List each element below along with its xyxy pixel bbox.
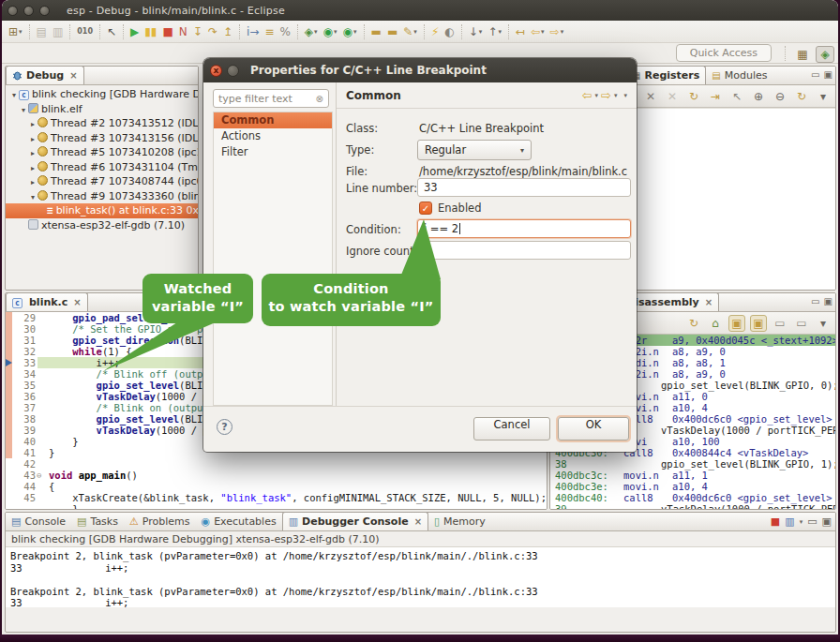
next-annotation-button[interactable]: ↓▾ [467, 22, 485, 41]
clear-filter-icon[interactable]: ⊗ [316, 94, 323, 104]
close-icon[interactable]: × [414, 516, 422, 527]
diff-ruler[interactable] [6, 346, 12, 357]
diff-ruler[interactable] [6, 458, 12, 470]
collapse-icon[interactable]: ⊖ [772, 88, 788, 105]
tab-tasks[interactable]: ▤Tasks [71, 512, 124, 530]
home-icon[interactable]: ⌂ [707, 315, 724, 332]
tab-registers[interactable]: ▦Registers [625, 66, 706, 84]
step-into-button[interactable]: ↧ [191, 22, 204, 41]
diff-ruler[interactable] [6, 323, 12, 335]
line-number-input[interactable]: 33 [417, 178, 631, 197]
dialog-section-actions[interactable]: Actions [214, 128, 332, 144]
console-output[interactable]: Breakpoint 2, blink_task (pvParameter=0x… [6, 547, 835, 607]
filter-input[interactable]: type filter text ⊗ [213, 89, 329, 108]
dialog-section-common[interactable]: Common [214, 112, 332, 128]
step-return-button[interactable]: ↥ [221, 22, 234, 41]
ignore-count-input[interactable]: 0 [417, 241, 631, 260]
ok-button[interactable]: OK [558, 417, 629, 440]
diff-ruler[interactable] [6, 436, 12, 447]
toggle-mark-button[interactable]: ◐ [442, 22, 456, 41]
cancel-button[interactable]: Cancel [473, 417, 550, 440]
window-minimize-button[interactable] [23, 6, 34, 16]
tab-memory[interactable]: ▯Memory [428, 512, 491, 530]
debug-button[interactable]: ◈▾ [303, 22, 320, 41]
tab-modules[interactable]: ▤Modules [706, 66, 772, 84]
minimize-icon[interactable]: ▭ [811, 296, 819, 306]
dialog-section-filter[interactable]: Filter [214, 144, 332, 160]
expander-icon[interactable]: ▸ [28, 146, 38, 160]
dialog-minimize-button[interactable] [227, 65, 239, 77]
debug-perspective-button[interactable]: ◈ [816, 46, 834, 63]
tab-console[interactable]: ▤Console [6, 512, 71, 530]
debug-tree-item[interactable]: ▾blink.elf [6, 102, 198, 117]
diff-ruler[interactable] [6, 368, 12, 380]
view-menu-icon[interactable]: ▾ [815, 315, 832, 332]
save-all-button[interactable]: ▥ [51, 22, 65, 41]
disconnect-button[interactable]: N [177, 22, 189, 41]
enabled-checkbox[interactable]: ✓ [419, 202, 432, 215]
debug-tree-item[interactable]: xtensa-esp32-elf-gdb (7.10) [6, 218, 198, 233]
minimize-icon[interactable]: ▭ [807, 515, 817, 528]
diff-ruler[interactable] [6, 447, 12, 458]
forward-history-button[interactable]: ⇨▾ [548, 22, 566, 41]
expander-icon[interactable]: ▾ [9, 88, 19, 102]
window-maximize-button[interactable] [39, 6, 50, 16]
last-edit-button[interactable]: ↤ [514, 22, 527, 41]
display-selected-console-icon[interactable]: ▥ [785, 515, 794, 528]
suspend-button[interactable]: ▮▮ [142, 22, 158, 41]
diff-ruler[interactable] [6, 492, 12, 503]
debug-tree-item[interactable]: ≡blink_task() at blink.c:33 0x400db [6, 203, 198, 218]
diff-ruler[interactable] [6, 312, 12, 323]
chevron-down-icon[interactable]: ▾ [614, 92, 618, 99]
tab-debugger-console[interactable]: ▥Debugger Console× [282, 512, 428, 530]
diff-ruler[interactable] [6, 402, 12, 413]
run-button[interactable]: ◉▾ [322, 22, 339, 41]
search-button[interactable]: ⚡ [429, 22, 441, 41]
minimize-icon[interactable]: ▭ [811, 69, 819, 80]
instruction-stepping-button[interactable]: i→ [245, 22, 261, 41]
save-button[interactable]: ▤ [35, 22, 49, 41]
debug-tree-item[interactable]: ▾Thread #9 1073433360 (blink_task [6, 189, 198, 204]
terminate-button[interactable]: ■ [160, 22, 174, 41]
external-tools-button[interactable]: ◉▾ [341, 22, 359, 41]
select-pointer-button[interactable]: ↖ [105, 22, 118, 41]
close-icon[interactable]: × [705, 297, 712, 307]
show-source-toggle-icon[interactable]: ▣ [728, 315, 745, 332]
pin-view-icon[interactable]: ▭ [793, 315, 810, 332]
debug-tree-item[interactable]: ▸Thread #2 1073413512 (IDLE : Runn [6, 116, 198, 131]
type-dropdown[interactable]: Regular ▾ [417, 140, 532, 160]
diff-ruler[interactable] [6, 391, 12, 402]
expander-icon[interactable]: ▾ [28, 190, 38, 204]
import-icon[interactable]: ⇥ [707, 88, 724, 105]
close-icon[interactable]: × [73, 297, 81, 307]
debug-sources-button[interactable]: ≡ [262, 22, 276, 41]
fold-icon[interactable]: ⊖ [37, 470, 47, 481]
debug-tree-item[interactable]: ▸Thread #7 1073408744 (ipc0) (Susp [6, 174, 198, 189]
quick-access-box[interactable]: Quick Access [676, 44, 772, 62]
dialog-close-button[interactable]: x [210, 65, 222, 77]
back-history-button[interactable]: ⇦▾ [529, 22, 547, 41]
build-binary-button[interactable]: 010 [75, 22, 95, 41]
tab-problems[interactable]: ⚠Problems [124, 512, 196, 530]
follow-pc-toggle-icon[interactable]: ▣ [750, 315, 767, 332]
refresh-icon[interactable]: ↻ [685, 315, 702, 332]
expander-icon[interactable]: ▸ [28, 161, 38, 175]
open-folder-button[interactable]: ▬ [369, 22, 383, 41]
maximize-icon[interactable]: ▣ [824, 296, 832, 306]
maximize-icon[interactable]: ▣ [822, 515, 832, 528]
tab-executables[interactable]: ◉Executables [196, 512, 282, 530]
instruction-pointer-icon[interactable] [6, 359, 12, 366]
restore-defaults-icon[interactable]: ↻ [685, 88, 702, 105]
diff-ruler[interactable] [6, 503, 12, 509]
maximize-icon[interactable]: ▣ [824, 69, 832, 80]
help-icon[interactable]: ? [217, 419, 232, 435]
diff-ruler[interactable] [6, 335, 12, 346]
pointer-icon[interactable]: ↖ [728, 88, 745, 105]
close-icon[interactable]: × [69, 70, 77, 81]
debug-tree-item[interactable]: ▸Thread #3 1073413156 (IDLE) (Susp [6, 131, 198, 146]
terminate-icon[interactable]: ■ [771, 515, 780, 528]
diff-ruler[interactable] [6, 413, 12, 425]
diff-ruler[interactable] [6, 470, 12, 481]
step-over-button[interactable]: ↷ [206, 22, 219, 41]
debug-tree-item[interactable]: ▸Thread #5 1073410208 (ipc1) (Susp [6, 145, 198, 160]
